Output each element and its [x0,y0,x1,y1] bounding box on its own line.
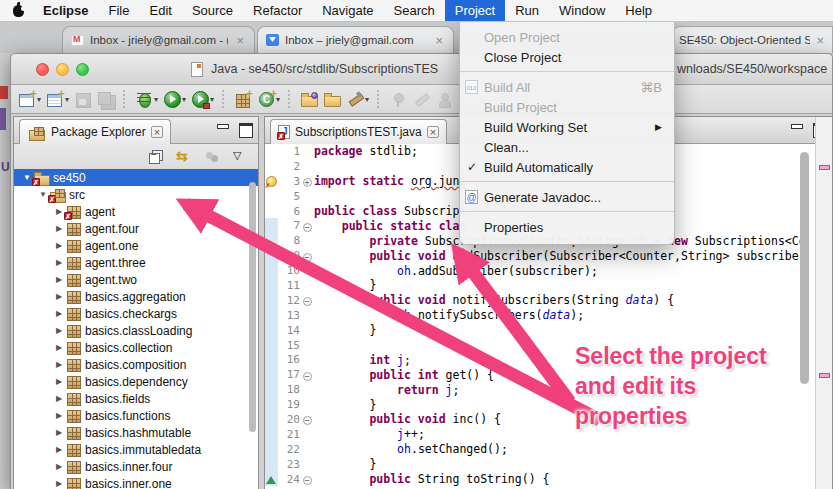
menu-item-build-working-set[interactable]: Build Working Set▶ [460,117,674,137]
chevron-right-icon[interactable]: ▶ [54,326,64,335]
tab-subscriptionstest-java[interactable]: ✗ SubscriptionsTEST.java × [270,119,447,144]
fold-collapse-icon[interactable]: − [303,297,312,306]
chevron-right-icon[interactable]: ▶ [54,309,64,318]
code-line-13[interactable]: 13 oh.notifySubscribers(data); [265,308,832,323]
chevron-right-icon[interactable]: ▶ [54,445,64,454]
tree-item-basics-aggregation[interactable]: ▶basics.aggregation [14,288,258,305]
zoom-traffic-light[interactable] [76,63,89,76]
tree-item-agent[interactable]: ▶✗agent [14,203,258,220]
chevron-right-icon[interactable]: ▶ [54,377,64,386]
tree-item-basics-dependency[interactable]: ▶basics.dependency [14,373,258,390]
menubar-item-project[interactable]: Project [445,0,505,21]
tree-item-agent-two[interactable]: ▶agent.two [14,271,258,288]
eclipse-titlebar[interactable]: Java - se450/src/stdlib/SubscriptionsTES… [11,54,832,85]
collapse-all-icon[interactable] [148,150,164,164]
menubar-item-help[interactable]: Help [615,0,662,21]
dropdown-caret-icon[interactable]: ▾ [365,95,369,104]
new-wizard-button[interactable]: ▾ [17,89,43,110]
fold-collapse-icon[interactable]: − [303,416,312,425]
menubar-item-navigate[interactable]: Navigate [312,0,383,21]
menu-item-properties[interactable]: Properties [460,217,674,237]
browser-tab-inbox-jrie[interactable]: Inbox - jriely@gmail.com - (× [62,26,255,53]
chevron-right-icon[interactable]: ▶ [54,411,64,420]
dropdown-caret-icon[interactable]: ▾ [37,95,41,104]
menubar-item-edit[interactable]: Edit [139,0,181,21]
open-type-button[interactable] [299,89,320,110]
close-icon[interactable]: × [433,33,445,48]
close-icon[interactable]: × [427,126,439,138]
code-line-22[interactable]: 22 oh.setChanged(); [265,442,832,457]
code-line-20[interactable]: 20− public void inc() { [265,412,832,427]
fold-collapse-icon[interactable]: − [303,223,312,232]
close-icon[interactable]: × [814,33,826,48]
browser-tab-se450[interactable]: SE450: Object-Oriented Sof × [672,26,833,53]
chevron-right-icon[interactable]: ▶ [54,207,64,216]
close-icon[interactable]: × [234,33,246,48]
tree-item-basics-checkargs[interactable]: ▶basics.checkargs [14,305,258,322]
close-traffic-light[interactable] [36,63,49,76]
tree-item-basics-inner-four[interactable]: ▶basics.inner.four [14,458,258,475]
chevron-right-icon[interactable]: ▶ [54,394,64,403]
menubar-item-search[interactable]: Search [384,0,445,21]
dropdown-caret-icon[interactable]: ▾ [182,95,186,104]
fold-collapse-icon[interactable]: − [303,372,312,381]
code-line-14[interactable]: 14 } [265,323,832,338]
menubar-item-window[interactable]: Window [549,0,615,21]
chevron-right-icon[interactable]: ▶ [54,360,64,369]
minimize-editor-button[interactable] [790,123,803,134]
tab-package-explorer[interactable]: Package Explorer × [19,119,171,144]
code-line-10[interactable]: 10 oh.addSubscriber(subscriber); [265,263,832,278]
maximize-view-button[interactable] [239,123,252,134]
code-line-23[interactable]: 23 } [265,457,832,472]
overview-ruler[interactable] [815,117,832,489]
fold-collapse-icon[interactable]: − [303,476,312,485]
chevron-right-icon[interactable]: ▶ [54,224,64,233]
chevron-right-icon[interactable]: ▶ [54,275,64,284]
debug-button[interactable]: ▾ [134,89,160,110]
tree-item-agent-four[interactable]: ▶agent.four [14,220,258,237]
link-with-editor-icon[interactable] [176,150,192,164]
run-button[interactable]: ▾ [162,89,188,110]
tree-item-basics-inner-one[interactable]: ▶basics.inner.one [14,475,258,489]
tree-item-basics-immutabledata[interactable]: ▶basics.immutabledata [14,441,258,458]
new-java-element-button[interactable]: ▾ [45,89,71,110]
close-icon[interactable]: × [151,126,163,138]
tree-item-se450[interactable]: ▼✗se450 [14,169,258,186]
menu-item-build-automatically[interactable]: ✓Build Automatically [460,157,674,177]
editor-scrollbar[interactable] [800,152,809,384]
code-line-16[interactable]: 16 int j; [265,352,832,367]
code-line-18[interactable]: 18 return j; [265,382,832,397]
dropdown-caret-icon[interactable]: ▾ [65,95,69,104]
tree-item-agent-three[interactable]: ▶agent.three [14,254,258,271]
tree-item-basics-functions[interactable]: ▶basics.functions [14,407,258,424]
code-line-24[interactable]: 24− public String toString() { [265,472,832,487]
chevron-right-icon[interactable]: ▶ [54,343,64,352]
new-java-project-button[interactable] [233,89,254,110]
minimize-view-button[interactable] [216,123,229,134]
code-line-19[interactable]: 19 } [265,397,832,412]
chevron-right-icon[interactable]: ▶ [54,292,64,301]
tree-item-agent-one[interactable]: ▶agent.one [14,237,258,254]
tree-item-basics-classloading[interactable]: ▶basics.classLoading [14,322,258,339]
chevron-right-icon[interactable]: ▶ [54,462,64,471]
code-line-12[interactable]: 12− public void notifySubscribers(String… [265,293,832,308]
fold-expand-icon[interactable]: + [303,178,312,187]
code-line-17[interactable]: 17− public int get() { [265,367,832,382]
tree-item-basics-fields[interactable]: ▶basics.fields [14,390,258,407]
apple-menu[interactable] [0,0,33,21]
fold-collapse-icon[interactable]: − [303,253,312,262]
dropdown-caret-icon[interactable]: ▾ [154,95,158,104]
menu-item-clean[interactable]: Clean... [460,137,674,157]
minimize-traffic-light[interactable] [56,63,69,76]
overview-marker[interactable] [819,373,830,378]
code-line-21[interactable]: 21 j++; [265,427,832,442]
tree-item-basics-composition[interactable]: ▶basics.composition [14,356,258,373]
chevron-right-icon[interactable]: ▶ [54,241,64,250]
menubar-item-eclipse[interactable]: Eclipse [33,0,99,21]
chevron-right-icon[interactable]: ▶ [54,479,64,488]
browser-tab-inbox-jrie[interactable]: Inbox – jriely@gmail.com× [257,26,454,53]
new-java-class-button[interactable]: ▾ [256,89,282,110]
menu-item-generate-javadoc[interactable]: Generate Javadoc... [460,187,674,207]
code-line-9[interactable]: 9− public void addSubscriber(Subscriber<… [265,248,832,263]
tree-item-basics-collection[interactable]: ▶basics.collection [14,339,258,356]
